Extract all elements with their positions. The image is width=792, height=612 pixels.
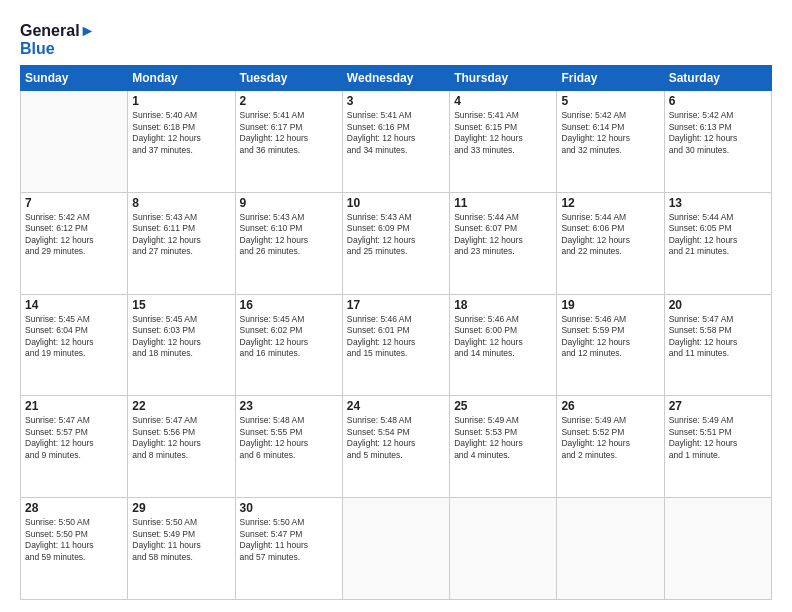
- day-cell: 22Sunrise: 5:47 AM Sunset: 5:56 PM Dayli…: [128, 396, 235, 498]
- day-cell: [21, 91, 128, 193]
- day-info: Sunrise: 5:50 AM Sunset: 5:50 PM Dayligh…: [25, 517, 123, 563]
- day-number: 22: [132, 399, 230, 413]
- day-cell: 10Sunrise: 5:43 AM Sunset: 6:09 PM Dayli…: [342, 192, 449, 294]
- day-number: 3: [347, 94, 445, 108]
- day-info: Sunrise: 5:47 AM Sunset: 5:58 PM Dayligh…: [669, 314, 767, 360]
- day-info: Sunrise: 5:48 AM Sunset: 5:55 PM Dayligh…: [240, 415, 338, 461]
- day-info: Sunrise: 5:50 AM Sunset: 5:47 PM Dayligh…: [240, 517, 338, 563]
- day-number: 4: [454, 94, 552, 108]
- day-cell: 8Sunrise: 5:43 AM Sunset: 6:11 PM Daylig…: [128, 192, 235, 294]
- day-number: 24: [347, 399, 445, 413]
- day-cell: [664, 498, 771, 600]
- day-info: Sunrise: 5:42 AM Sunset: 6:12 PM Dayligh…: [25, 212, 123, 258]
- day-info: Sunrise: 5:44 AM Sunset: 6:05 PM Dayligh…: [669, 212, 767, 258]
- week-row-3: 14Sunrise: 5:45 AM Sunset: 6:04 PM Dayli…: [21, 294, 772, 396]
- day-info: Sunrise: 5:43 AM Sunset: 6:11 PM Dayligh…: [132, 212, 230, 258]
- day-cell: 6Sunrise: 5:42 AM Sunset: 6:13 PM Daylig…: [664, 91, 771, 193]
- day-cell: 2Sunrise: 5:41 AM Sunset: 6:17 PM Daylig…: [235, 91, 342, 193]
- day-cell: 20Sunrise: 5:47 AM Sunset: 5:58 PM Dayli…: [664, 294, 771, 396]
- day-number: 13: [669, 196, 767, 210]
- day-number: 29: [132, 501, 230, 515]
- day-info: Sunrise: 5:46 AM Sunset: 6:00 PM Dayligh…: [454, 314, 552, 360]
- day-info: Sunrise: 5:41 AM Sunset: 6:15 PM Dayligh…: [454, 110, 552, 156]
- day-cell: 3Sunrise: 5:41 AM Sunset: 6:16 PM Daylig…: [342, 91, 449, 193]
- day-cell: 14Sunrise: 5:45 AM Sunset: 6:04 PM Dayli…: [21, 294, 128, 396]
- day-cell: [342, 498, 449, 600]
- weekday-wednesday: Wednesday: [342, 66, 449, 91]
- day-info: Sunrise: 5:46 AM Sunset: 6:01 PM Dayligh…: [347, 314, 445, 360]
- day-info: Sunrise: 5:44 AM Sunset: 6:06 PM Dayligh…: [561, 212, 659, 258]
- day-number: 8: [132, 196, 230, 210]
- day-cell: 16Sunrise: 5:45 AM Sunset: 6:02 PM Dayli…: [235, 294, 342, 396]
- header: General► Blue: [20, 18, 772, 57]
- week-row-2: 7Sunrise: 5:42 AM Sunset: 6:12 PM Daylig…: [21, 192, 772, 294]
- weekday-thursday: Thursday: [450, 66, 557, 91]
- week-row-5: 28Sunrise: 5:50 AM Sunset: 5:50 PM Dayli…: [21, 498, 772, 600]
- day-cell: [557, 498, 664, 600]
- day-cell: 28Sunrise: 5:50 AM Sunset: 5:50 PM Dayli…: [21, 498, 128, 600]
- day-number: 23: [240, 399, 338, 413]
- weekday-monday: Monday: [128, 66, 235, 91]
- day-cell: 19Sunrise: 5:46 AM Sunset: 5:59 PM Dayli…: [557, 294, 664, 396]
- day-cell: 26Sunrise: 5:49 AM Sunset: 5:52 PM Dayli…: [557, 396, 664, 498]
- day-info: Sunrise: 5:48 AM Sunset: 5:54 PM Dayligh…: [347, 415, 445, 461]
- calendar-table: SundayMondayTuesdayWednesdayThursdayFrid…: [20, 65, 772, 600]
- day-number: 18: [454, 298, 552, 312]
- day-number: 5: [561, 94, 659, 108]
- day-cell: 27Sunrise: 5:49 AM Sunset: 5:51 PM Dayli…: [664, 396, 771, 498]
- day-info: Sunrise: 5:43 AM Sunset: 6:09 PM Dayligh…: [347, 212, 445, 258]
- week-row-1: 1Sunrise: 5:40 AM Sunset: 6:18 PM Daylig…: [21, 91, 772, 193]
- day-number: 28: [25, 501, 123, 515]
- day-cell: 18Sunrise: 5:46 AM Sunset: 6:00 PM Dayli…: [450, 294, 557, 396]
- day-number: 11: [454, 196, 552, 210]
- day-cell: [450, 498, 557, 600]
- day-number: 27: [669, 399, 767, 413]
- day-cell: 24Sunrise: 5:48 AM Sunset: 5:54 PM Dayli…: [342, 396, 449, 498]
- weekday-sunday: Sunday: [21, 66, 128, 91]
- day-number: 19: [561, 298, 659, 312]
- day-cell: 5Sunrise: 5:42 AM Sunset: 6:14 PM Daylig…: [557, 91, 664, 193]
- day-number: 10: [347, 196, 445, 210]
- day-info: Sunrise: 5:49 AM Sunset: 5:53 PM Dayligh…: [454, 415, 552, 461]
- day-info: Sunrise: 5:47 AM Sunset: 5:57 PM Dayligh…: [25, 415, 123, 461]
- day-number: 12: [561, 196, 659, 210]
- day-number: 7: [25, 196, 123, 210]
- day-number: 14: [25, 298, 123, 312]
- weekday-header-row: SundayMondayTuesdayWednesdayThursdayFrid…: [21, 66, 772, 91]
- day-info: Sunrise: 5:42 AM Sunset: 6:14 PM Dayligh…: [561, 110, 659, 156]
- day-cell: 25Sunrise: 5:49 AM Sunset: 5:53 PM Dayli…: [450, 396, 557, 498]
- day-info: Sunrise: 5:49 AM Sunset: 5:51 PM Dayligh…: [669, 415, 767, 461]
- day-cell: 12Sunrise: 5:44 AM Sunset: 6:06 PM Dayli…: [557, 192, 664, 294]
- day-number: 2: [240, 94, 338, 108]
- day-info: Sunrise: 5:46 AM Sunset: 5:59 PM Dayligh…: [561, 314, 659, 360]
- day-cell: 13Sunrise: 5:44 AM Sunset: 6:05 PM Dayli…: [664, 192, 771, 294]
- day-cell: 29Sunrise: 5:50 AM Sunset: 5:49 PM Dayli…: [128, 498, 235, 600]
- day-cell: 7Sunrise: 5:42 AM Sunset: 6:12 PM Daylig…: [21, 192, 128, 294]
- day-number: 21: [25, 399, 123, 413]
- day-number: 17: [347, 298, 445, 312]
- day-info: Sunrise: 5:43 AM Sunset: 6:10 PM Dayligh…: [240, 212, 338, 258]
- day-info: Sunrise: 5:42 AM Sunset: 6:13 PM Dayligh…: [669, 110, 767, 156]
- day-number: 20: [669, 298, 767, 312]
- week-row-4: 21Sunrise: 5:47 AM Sunset: 5:57 PM Dayli…: [21, 396, 772, 498]
- day-info: Sunrise: 5:47 AM Sunset: 5:56 PM Dayligh…: [132, 415, 230, 461]
- day-number: 26: [561, 399, 659, 413]
- weekday-tuesday: Tuesday: [235, 66, 342, 91]
- day-cell: 23Sunrise: 5:48 AM Sunset: 5:55 PM Dayli…: [235, 396, 342, 498]
- page: General► Blue SundayMondayTuesdayWednesd…: [0, 0, 792, 612]
- day-info: Sunrise: 5:40 AM Sunset: 6:18 PM Dayligh…: [132, 110, 230, 156]
- day-info: Sunrise: 5:49 AM Sunset: 5:52 PM Dayligh…: [561, 415, 659, 461]
- day-info: Sunrise: 5:45 AM Sunset: 6:03 PM Dayligh…: [132, 314, 230, 360]
- day-info: Sunrise: 5:41 AM Sunset: 6:16 PM Dayligh…: [347, 110, 445, 156]
- day-cell: 11Sunrise: 5:44 AM Sunset: 6:07 PM Dayli…: [450, 192, 557, 294]
- day-info: Sunrise: 5:41 AM Sunset: 6:17 PM Dayligh…: [240, 110, 338, 156]
- day-info: Sunrise: 5:45 AM Sunset: 6:02 PM Dayligh…: [240, 314, 338, 360]
- logo-text: General► Blue: [20, 22, 95, 57]
- day-number: 30: [240, 501, 338, 515]
- day-cell: 17Sunrise: 5:46 AM Sunset: 6:01 PM Dayli…: [342, 294, 449, 396]
- day-cell: 4Sunrise: 5:41 AM Sunset: 6:15 PM Daylig…: [450, 91, 557, 193]
- day-number: 1: [132, 94, 230, 108]
- day-number: 16: [240, 298, 338, 312]
- day-cell: 9Sunrise: 5:43 AM Sunset: 6:10 PM Daylig…: [235, 192, 342, 294]
- day-cell: 21Sunrise: 5:47 AM Sunset: 5:57 PM Dayli…: [21, 396, 128, 498]
